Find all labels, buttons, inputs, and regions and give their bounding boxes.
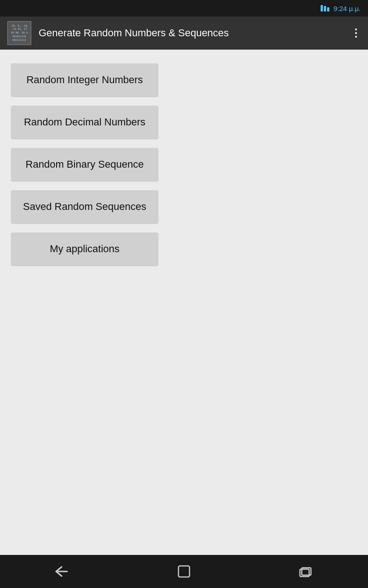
home-button[interactable] [166,559,202,584]
recent-apps-button[interactable] [287,560,326,583]
overflow-dot-3 [355,36,357,38]
saved-random-sequences-button[interactable]: Saved Random Sequences [11,190,158,223]
svg-rect-2 [327,7,329,11]
recent-apps-icon [298,565,315,578]
svg-rect-4 [178,566,190,577]
random-integer-numbers-button[interactable]: Random Integer Numbers [11,63,158,96]
status-time: 9:24 μ.μ. [334,5,361,12]
overflow-dot-1 [355,28,357,30]
overflow-menu-button[interactable] [351,25,361,41]
home-icon [177,564,191,579]
app-title: Generate Random Numbers & Sequences [39,27,344,39]
back-button[interactable] [42,560,81,583]
back-icon [53,565,70,578]
status-bar: 9:24 μ.μ. [0,0,368,17]
random-binary-sequence-button[interactable]: Random Binary Sequence [11,148,158,181]
wifi-icon [321,5,330,11]
overflow-dot-2 [355,32,357,34]
nav-bar [0,555,368,588]
random-decimal-numbers-button[interactable]: Random Decimal Numbers [11,106,158,139]
my-applications-button[interactable]: My applications [11,232,158,266]
app-bar: -28, 8, -10, -31.63, 17 28.08, 20.5 0010… [0,17,368,50]
svg-rect-0 [321,5,323,11]
svg-rect-1 [324,6,326,11]
main-content: Random Integer Numbers Random Decimal Nu… [0,50,368,555]
app-icon: -28, 8, -10, -31.63, 17 28.08, 20.5 0010… [7,21,31,45]
